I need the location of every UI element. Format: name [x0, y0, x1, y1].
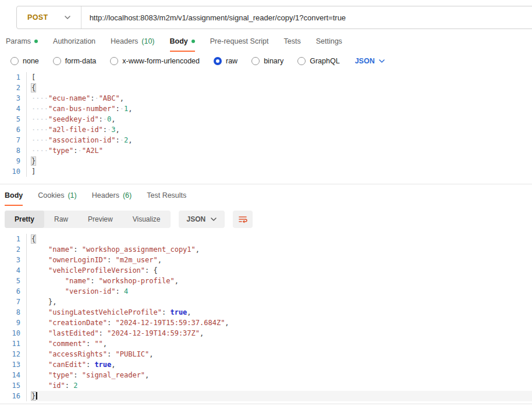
response-language-label: JSON — [187, 215, 206, 223]
tab-label: Authorization — [53, 37, 95, 45]
line-number: 4 — [0, 265, 20, 276]
text-cursor — [36, 392, 37, 400]
method-selector[interactable]: POST — [17, 6, 81, 28]
line-number: 3 — [0, 93, 20, 104]
line-number: 16 — [0, 391, 20, 401]
line-number: 5 — [0, 114, 20, 124]
body-type-row: noneform-datax-www-form-urlencodedrawbin… — [0, 57, 532, 65]
code-line: } — [31, 156, 532, 166]
body-type-form-data[interactable]: form-data — [53, 57, 97, 65]
line-number: 12 — [0, 349, 20, 359]
response-toolbar: PrettyRawPreviewVisualize JSON — [0, 211, 532, 228]
request-tabs: ParamsAuthorizationHeaders(10)BodyPre-re… — [0, 37, 532, 52]
line-number: 13 — [0, 359, 20, 370]
line-number: 8 — [0, 145, 20, 156]
wrap-lines-button[interactable] — [233, 211, 253, 228]
code-line: "version-id": 4 — [31, 286, 532, 297]
request-tab-authorization[interactable]: Authorization — [53, 37, 95, 52]
tab-label: Test Results — [147, 191, 186, 199]
code-line: "canEdit": true, — [31, 359, 532, 370]
code-line: ····"a2l-file-id":·3, — [31, 124, 532, 135]
code-line: ] — [31, 166, 532, 177]
line-number: 5 — [0, 276, 20, 286]
code-line: "name": "workshop-profile", — [31, 276, 532, 286]
line-number: 8 — [0, 307, 20, 318]
tab-label: Body — [170, 37, 188, 45]
code-line: [ — [31, 72, 532, 83]
code-line: ····"association-id":·2, — [31, 135, 532, 145]
bottom-divider — [0, 404, 532, 404]
radio-label: raw — [226, 57, 237, 65]
body-type-none[interactable]: none — [10, 57, 39, 65]
response-tab-body[interactable]: Body — [5, 191, 23, 206]
method-label: POST — [27, 13, 48, 22]
chevron-down-icon — [65, 16, 70, 19]
line-number: 10 — [0, 166, 20, 177]
line-number: 11 — [0, 338, 20, 349]
tab-count-badge: (1) — [68, 191, 76, 199]
line-number: 4 — [0, 104, 20, 114]
body-type-graphql[interactable]: GraphQL — [297, 57, 339, 65]
tab-label: Params — [6, 37, 31, 45]
response-view-modes: PrettyRawPreviewVisualize — [5, 211, 171, 228]
body-type-raw[interactable]: raw — [214, 57, 237, 65]
view-mode-preview[interactable]: Preview — [78, 211, 123, 228]
line-number-gutter: 12345678910111213141516 — [0, 234, 27, 401]
radio-label: binary — [264, 57, 283, 65]
tab-label: Pre-request Script — [210, 37, 269, 45]
radio-icon — [251, 57, 260, 65]
body-type-binary[interactable]: binary — [251, 57, 283, 65]
radio-icon — [110, 57, 118, 65]
view-mode-visualize[interactable]: Visualize — [123, 211, 171, 228]
chevron-down-icon — [211, 218, 217, 221]
request-tab-body[interactable]: Body — [170, 37, 195, 52]
body-type-options: noneform-datax-www-form-urlencodedrawbin… — [10, 57, 340, 65]
code-line: "ownerLoginID": "m2m_user", — [31, 255, 532, 265]
code-line: "lastEdited": "2024-12-19T14:59:37Z", — [31, 328, 532, 338]
line-number: 7 — [0, 135, 20, 145]
request-tab-tests[interactable]: Tests — [284, 37, 301, 52]
code-line: }, — [31, 297, 532, 307]
code-line: { — [31, 234, 532, 244]
tab-label: Settings — [316, 37, 342, 45]
line-number: 15 — [0, 380, 20, 391]
request-tab-params[interactable]: Params — [6, 37, 38, 52]
wrap-lines-icon — [238, 215, 247, 224]
request-body-editor[interactable]: 12345678910[{····"ecu-name":·"ABC",····"… — [0, 72, 532, 177]
request-tab-headers[interactable]: Headers(10) — [111, 37, 154, 52]
line-number: 14 — [0, 370, 20, 380]
view-mode-raw[interactable]: Raw — [44, 211, 78, 228]
line-number: 9 — [0, 318, 20, 328]
response-tab-cookies[interactable]: Cookies(1) — [38, 191, 76, 206]
code-line: "vehicleProfileVersion": { — [31, 265, 532, 276]
radio-icon — [53, 57, 61, 65]
line-number: 10 — [0, 328, 20, 338]
url-input[interactable]: http://localhost:8083/m2m/v1/assignment/… — [81, 6, 532, 28]
response-tab-test-results[interactable]: Test Results — [147, 191, 186, 206]
radio-label: form-data — [65, 57, 97, 65]
code-line: "id": 2 — [31, 380, 532, 391]
green-dot-indicator — [191, 40, 195, 43]
code-area: { "name": "workshop_assignment_copy1", "… — [27, 234, 532, 401]
request-tab-pre-request-script[interactable]: Pre-request Script — [210, 37, 269, 52]
view-mode-pretty[interactable]: Pretty — [5, 211, 44, 228]
radio-icon — [214, 57, 222, 65]
response-language-dropdown[interactable]: JSON — [179, 211, 225, 228]
line-number: 6 — [0, 286, 20, 297]
chevron-down-icon — [379, 59, 385, 63]
code-line: ····"can-bus-number":·1, — [31, 104, 532, 114]
response-tab-headers[interactable]: Headers(6) — [92, 191, 132, 206]
code-line: "usingLatestVehicleProfile": true, — [31, 307, 532, 318]
request-tab-settings[interactable]: Settings — [316, 37, 342, 52]
code-line: ····"ecu-name":·"ABC", — [31, 93, 532, 104]
code-line: } — [31, 391, 532, 401]
request-language-dropdown[interactable]: JSON — [355, 57, 385, 65]
tab-count-badge: (10) — [141, 37, 154, 45]
body-type-x-www-form-urlencoded[interactable]: x-www-form-urlencoded — [110, 57, 200, 65]
response-body-editor[interactable]: 12345678910111213141516{ "name": "worksh… — [0, 234, 532, 401]
response-tabs: BodyCookies(1)Headers(6)Test Results — [0, 184, 532, 206]
line-number: 2 — [0, 244, 20, 255]
code-area: [{····"ecu-name":·"ABC",····"can-bus-num… — [27, 72, 532, 177]
line-number: 2 — [0, 83, 20, 93]
radio-icon — [297, 57, 306, 65]
